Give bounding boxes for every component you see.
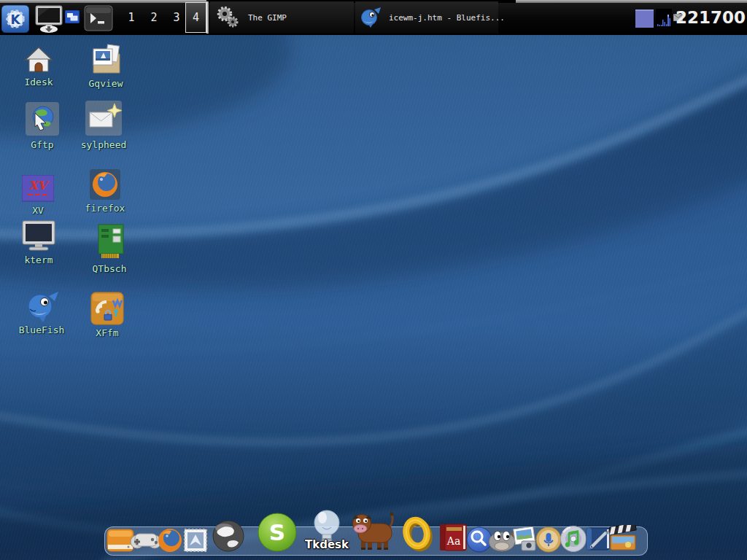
- desktop-icon-label: sylpheed: [71, 139, 136, 150]
- taskbar-clock: 221700: [684, 7, 746, 28]
- desktop-icon-kterm[interactable]: kterm: [6, 219, 71, 265]
- svg-text:Aa: Aa: [446, 535, 460, 547]
- kde-menu-button[interactable]: K: [1, 5, 29, 33]
- show-desktop-button[interactable]: [33, 4, 65, 34]
- desktop-icon-label: XFfm: [74, 327, 140, 338]
- kde-gear-icon: K: [1, 5, 29, 33]
- bluefish-icon: [360, 7, 382, 28]
- workspace-label: 4: [193, 11, 199, 24]
- gimp-gears-icon: [214, 4, 241, 31]
- image-folder-icon: [73, 42, 139, 76]
- svg-text:K: K: [10, 12, 20, 27]
- skype-icon: S: [257, 512, 298, 553]
- taskbar-separator: [206, 1, 209, 34]
- dock-item-mail[interactable]: [184, 528, 207, 553]
- desktop-icon-firefox[interactable]: firefox: [72, 169, 138, 214]
- desktop-icon-label: Gqview: [73, 78, 139, 89]
- dictionary-icon: Aa: [437, 522, 469, 553]
- cow-icon: [349, 512, 395, 553]
- terminal-button[interactable]: [83, 4, 114, 32]
- taskbar-task-gimp[interactable]: The GIMP: [210, 1, 354, 34]
- blue-fish-icon: [9, 290, 74, 322]
- dock-item-skype[interactable]: S: [257, 512, 298, 553]
- windows-cascade-icon: [65, 10, 80, 23]
- desktop-icon-xffm[interactable]: XFfm: [74, 292, 140, 338]
- monitor-icon: [6, 219, 71, 252]
- taskbar-task-bluefish[interactable]: icewm-j.htm - Bluefis...: [355, 1, 498, 34]
- voice-recorder-icon: [535, 526, 562, 553]
- office-logo-icon: [398, 515, 437, 553]
- network-graph-icon: [656, 9, 672, 28]
- desktop-screen: K: [0, 0, 747, 560]
- task-label: icewm-j.htm - Bluefis...: [389, 13, 505, 23]
- dock-item-ms-office[interactable]: [398, 515, 437, 553]
- desktop-icon-label: Idesk: [6, 77, 71, 88]
- svg-text:S: S: [269, 519, 285, 545]
- svg-text:XV: XV: [29, 179, 50, 192]
- taskbar: K: [0, 0, 747, 35]
- desktop-icon-idesk[interactable]: Idesk: [6, 45, 71, 88]
- globe-icon: [212, 519, 245, 553]
- dock-item-imovie[interactable]: [608, 525, 638, 553]
- dock-item-firefox[interactable]: [158, 528, 182, 553]
- dock-tkdesk-label: Tkdesk: [298, 538, 356, 551]
- dock-item-voice-recorder[interactable]: [535, 526, 562, 553]
- workspace-button-1[interactable]: 1: [120, 2, 142, 33]
- music-cd-icon: [559, 525, 588, 553]
- dock-item-cow[interactable]: [349, 512, 395, 553]
- workspace-label: 1: [128, 11, 134, 24]
- workspace-button-2[interactable]: 2: [143, 2, 165, 33]
- photos-icon: [512, 526, 538, 553]
- workspace-label: 2: [150, 11, 157, 24]
- desktop-icon-label: QTbsch: [77, 263, 142, 274]
- dock-item-itunes[interactable]: [559, 525, 588, 553]
- home-icon: [6, 45, 71, 74]
- desktop-icon-sylpheed[interactable]: sylpheed: [71, 101, 136, 150]
- circuit-board-icon: [77, 223, 142, 261]
- mail-stamp-icon: [184, 528, 207, 553]
- desktop-icon-xv[interactable]: XV XV: [5, 175, 71, 216]
- rss-folder-icon: [74, 292, 140, 325]
- desktop-icon-label: kterm: [6, 254, 71, 265]
- dock-item-photos[interactable]: [512, 526, 538, 553]
- dock-item-internet-globe[interactable]: [212, 519, 245, 553]
- workspace-button-4-active[interactable]: 4: [185, 2, 206, 33]
- task-label: The GIMP: [248, 13, 287, 23]
- dock-item-dictionary[interactable]: Aa: [437, 522, 469, 553]
- desktop-icon-label: firefox: [72, 203, 138, 214]
- workspace-label: 3: [173, 11, 179, 24]
- network-monitor-applet[interactable]: [656, 9, 672, 28]
- terminal-icon: [83, 4, 114, 32]
- desktop-icon-bluefish[interactable]: BlueFish: [9, 290, 74, 335]
- workspace-button-3[interactable]: 3: [166, 2, 187, 33]
- desktop-icon-label: XV: [5, 205, 71, 216]
- desktop-icon-label: Gftp: [9, 139, 75, 150]
- movie-clapper-icon: [608, 525, 638, 553]
- desktop-icon-gqview[interactable]: Gqview: [73, 42, 139, 89]
- desktop-icon-qtbsch[interactable]: QTbsch: [77, 223, 142, 274]
- firefox-icon: [72, 169, 138, 201]
- mail-star-icon: [71, 101, 136, 137]
- desktop-icon-label: BlueFish: [9, 324, 74, 335]
- desktop-icon-gftp[interactable]: Gftp: [9, 102, 75, 150]
- firefox-icon: [158, 528, 182, 553]
- cpu-monitor-applet[interactable]: [635, 9, 654, 28]
- monitor-arrow-icon: [33, 4, 65, 34]
- globe-cursor-icon: [9, 102, 75, 137]
- window-list-button[interactable]: [65, 10, 80, 23]
- xv-logo-icon: XV: [5, 175, 71, 203]
